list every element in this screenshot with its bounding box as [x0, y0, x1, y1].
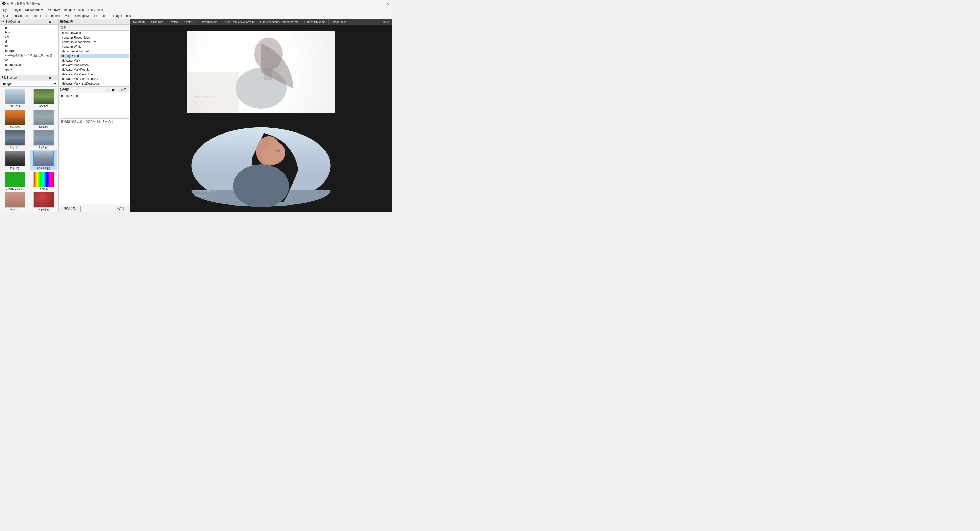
func-deWaterMarkTextDetection[interactable]: deWaterMarkTextDetection [60, 81, 129, 86]
func-deWaterMarkSelection[interactable]: deWaterMarkSelection [60, 72, 129, 77]
title-bar-left: 🖼 插件化图像算法研究平台 [2, 1, 41, 6]
right-panel-restore-btn[interactable]: ⊞ [383, 20, 386, 24]
tab-filter-homo[interactable]: Filter-FrequencyHomomorphic [257, 19, 301, 25]
menu-sys[interactable]: Sys [1, 8, 10, 12]
toolbar-leftbutton[interactable]: LeftButton [92, 14, 110, 18]
file-thumb-green[interactable]: GreenColorCa... [1, 171, 29, 191]
file-browse-title: FileBrowse [2, 76, 17, 80]
right-panel-close-btn[interactable]: ✕ [387, 20, 390, 24]
thumb-label-fog2: fog2.png [38, 105, 48, 107]
minimize-button[interactable]: — [374, 1, 379, 6]
image-container-bottom [130, 119, 392, 212]
thumb-img-fog3jpeg [5, 110, 25, 125]
file-tree-item-hdr[interactable]: hdr [0, 44, 59, 48]
file-browse-close-icon[interactable]: ✕ [53, 76, 57, 80]
tab-drawingmain[interactable]: DrawingMain [198, 19, 221, 25]
file-thumb-fog3jpeg[interactable]: fog3.jpeg [1, 109, 29, 129]
tab-switch[interactable]: Switch [166, 19, 181, 25]
tab-filter-freq[interactable]: Filter-FrequencyDomain [221, 19, 257, 25]
menu-filebrowse[interactable]: FileBrowse [86, 8, 105, 12]
toolbar-folder[interactable]: Folder [30, 14, 43, 18]
menu-imageprocess[interactable]: ImageProcess [62, 8, 86, 12]
toolbar-quit[interactable]: Quit [1, 14, 11, 18]
clear-button[interactable]: Clear [105, 87, 117, 92]
func-deWaterMarkMatch[interactable]: deWaterMarkMatch [60, 63, 129, 67]
file-browse-header: FileBrowse ⧉ ✕ [0, 75, 59, 80]
func-contoursRecognition_Pre[interactable]: contoursRecognition_Pre [60, 40, 129, 45]
file-thumb-fog1[interactable]: fog1.png [1, 88, 29, 108]
file-thumb-fog5[interactable]: fog5.jpg [30, 130, 58, 149]
toolbar-changedir[interactable]: ChangeDir [73, 14, 92, 18]
func-deFogDarkChannel[interactable]: deFogDarkChannel [60, 49, 129, 54]
thumb-img-hsv [33, 172, 54, 187]
file-thumb-fog3jpg[interactable]: fog3.jpg [30, 109, 58, 129]
save-button[interactable]: 保存 [114, 206, 129, 212]
file-thumb-gamma[interactable]: Gamma.jpg [30, 150, 58, 170]
middle-panel: 图像处理 功能 contoursColor contoursRecognitio… [59, 19, 130, 212]
file-thumb-apple[interactable]: apple.jpg [30, 192, 58, 211]
float-icon[interactable]: ⧉ [48, 20, 52, 24]
thumb-label-hsv: hsv.bmp [39, 187, 48, 190]
file-tree-header: ▼ E:/00c/img ⧉ ✕ [0, 19, 59, 24]
tab-imagefilter[interactable]: ImageFilter [329, 19, 349, 25]
menu-plugin[interactable]: Plugin [10, 8, 23, 12]
thumb-label-fog6: fog6.jpg [10, 167, 19, 169]
file-browse-float-icon[interactable]: ⧉ [48, 76, 52, 80]
func-deWaterMarkPosition[interactable]: deWaterMarkPosition [60, 67, 129, 72]
params-area [60, 139, 129, 204]
file-tree-item-car[interactable]: car [0, 35, 59, 39]
tab-happyfish[interactable]: HappyFishDemo [301, 19, 329, 25]
func-deFogDemo[interactable]: deFogDemo [60, 54, 129, 58]
toolbar-fullscreen[interactable]: FullScreen [11, 14, 30, 18]
file-thumb-fog6[interactable]: fog6.jpg [1, 150, 29, 170]
file-tree-item-dnn[interactable]: dnn [0, 39, 59, 44]
middle-panel-title: 图像处理 [59, 19, 130, 24]
file-thumb-fog2[interactable]: fog2.png [30, 88, 58, 108]
menu-bar: Sys Plugin DockWindows OpenCV ImageProce… [0, 7, 392, 13]
set-params-button[interactable]: 设置参数 [60, 206, 81, 212]
chain-buttons: Clear 执行 [105, 87, 129, 92]
thumb-img-fog4 [5, 130, 25, 145]
file-tree-item-bdr[interactable]: bdr [0, 26, 59, 30]
file-thumb-face[interactable]: face.jpg [1, 192, 29, 211]
toolbar-m4s[interactable]: M4s [62, 14, 73, 18]
menu-opencv[interactable]: OpenCV [46, 8, 62, 12]
tab-selection[interactable]: Selection [130, 19, 148, 25]
image-container-top [130, 25, 392, 119]
thumb-label-fog3jpg: fog3.jpg [39, 125, 48, 128]
thumb-img-fog6 [5, 151, 25, 166]
thumb-label-apple: apple.jpg [38, 208, 49, 211]
func-contoursWhite[interactable]: contoursWhite [60, 45, 129, 49]
file-tree-item-obj[interactable]: obj [0, 58, 59, 62]
app-title: 插件化图像算法研究平台 [7, 1, 41, 6]
tab-circlefit[interactable]: CircleFit [181, 19, 198, 25]
thumb-img-fog3jpg [33, 110, 54, 125]
file-thumb-hsv[interactable]: hsv.bmp [30, 171, 58, 191]
thumb-img-face [5, 192, 25, 207]
toolbar-imageprocess[interactable]: ImageProcess [111, 14, 135, 18]
file-tree-item-qsplat[interactable]: qsplat [0, 67, 59, 72]
menu-dockwindows[interactable]: DockWindows [23, 8, 46, 12]
func-deWaterMark[interactable]: deWaterMark [60, 58, 129, 63]
file-tree-item-opencvdata[interactable]: openCVData [0, 62, 59, 67]
thumb-label-fog1: fog1.png [10, 105, 20, 107]
func-deWaterMarkSelectionHsv[interactable]: deWaterMarkSelectionHsv [60, 77, 129, 81]
toolbar-thumbnail[interactable]: Thumbnail [44, 14, 62, 18]
thumb-img-fog5 [33, 130, 54, 145]
execute-button[interactable]: 执行 [118, 87, 129, 92]
tab-clipboard[interactable]: Clipboard [148, 19, 166, 25]
left-panel: ▼ E:/00c/img ⧉ ✕ bdr bim car dnn hdr mer… [0, 19, 59, 212]
file-type-select[interactable]: Image [1, 81, 57, 86]
close-button[interactable]: ✕ [385, 1, 390, 6]
file-browse-header-icons: ⧉ ✕ [48, 76, 57, 80]
func-contoursColor[interactable]: contoursColor [60, 30, 129, 35]
restore-button[interactable]: □ [380, 1, 384, 6]
file-tree-item-bim[interactable]: bim [0, 30, 59, 35]
thumb-img-apple [33, 192, 54, 207]
close-panel-icon[interactable]: ✕ [53, 20, 57, 24]
file-tree-item-mesh[interactable]: mesh格式模型 一个精灵族壮汉人物模... [0, 53, 59, 58]
file-tree-item-merge[interactable]: merge [0, 48, 59, 53]
func-contoursRecognition[interactable]: contoursRecognition [60, 35, 129, 40]
top-image-canvas [187, 31, 335, 113]
file-thumb-fog4[interactable]: fog4.jpg [1, 130, 29, 149]
